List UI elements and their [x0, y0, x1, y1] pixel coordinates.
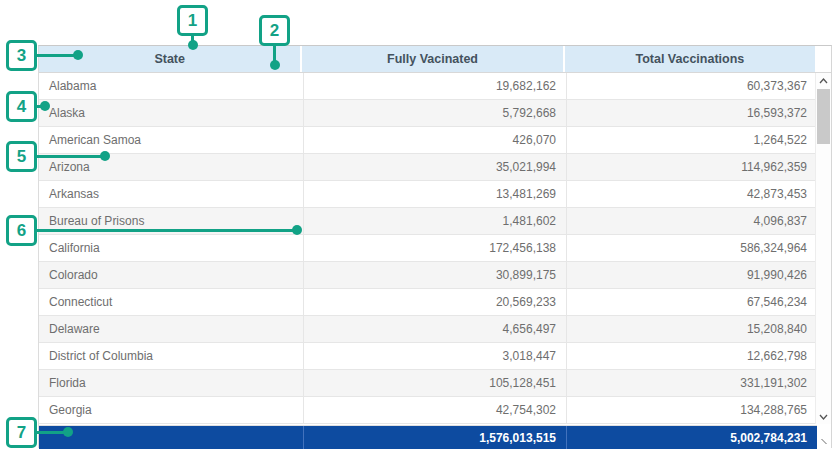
callout-6-dot — [292, 225, 302, 235]
header-scrollbar-corner — [815, 46, 831, 72]
callout-3-line — [36, 54, 78, 57]
total-vaccinations-cell: 42,873,453 — [566, 181, 817, 207]
fully-vaccinated-cell: 30,899,175 — [303, 262, 566, 288]
state-cell: Colorado — [39, 262, 303, 288]
resize-grip-icon — [821, 439, 828, 444]
summary-total-vaccinations-cell: 5,002,784,231 — [566, 426, 817, 449]
state-cell: Arkansas — [39, 181, 303, 207]
fully-vaccinated-cell: 5,792,668 — [303, 100, 566, 126]
callout-6-line — [36, 229, 297, 232]
table-row[interactable]: Georgia 42,754,302 134,288,765 — [39, 397, 831, 424]
callout-1: 1 — [177, 5, 208, 36]
table-row[interactable]: Arkansas 13,481,269 42,873,453 — [39, 181, 831, 208]
total-vaccinations-cell: 331,191,302 — [566, 370, 817, 396]
state-cell: Florida — [39, 370, 303, 396]
table-row[interactable]: American Samoa 426,070 1,264,522 — [39, 127, 831, 154]
table-row[interactable]: District of Columbia 3,018,447 12,662,79… — [39, 343, 831, 370]
callout-7-dot — [63, 427, 73, 437]
state-cell: Delaware — [39, 316, 303, 342]
column-header-total-vaccinations[interactable]: Total Vaccinations — [565, 46, 815, 72]
summary-state-cell — [39, 426, 303, 449]
callout-3-dot — [73, 50, 83, 60]
fully-vaccinated-cell: 1,481,602 — [303, 208, 566, 234]
total-vaccinations-cell: 114,962,359 — [566, 154, 817, 180]
state-cell: District of Columbia — [39, 343, 303, 369]
callout-5: 5 — [6, 141, 37, 172]
scroll-up-arrow-icon[interactable] — [816, 73, 831, 88]
state-cell: American Samoa — [39, 127, 303, 153]
total-vaccinations-cell: 60,373,367 — [566, 73, 817, 99]
callout-5-dot — [100, 151, 110, 161]
table-row[interactable]: Florida 105,128,451 331,191,302 — [39, 370, 831, 397]
summary-row: 1,576,013,515 5,002,784,231 — [39, 425, 817, 449]
callout-4-dot — [40, 101, 50, 111]
callout-6: 6 — [6, 215, 37, 246]
fully-vaccinated-cell: 426,070 — [303, 127, 566, 153]
total-vaccinations-cell: 91,990,426 — [566, 262, 817, 288]
state-cell: Alabama — [39, 73, 303, 99]
total-vaccinations-cell: 1,264,522 — [566, 127, 817, 153]
column-header-fully-vaccinated[interactable]: Fully Vacinated — [302, 46, 564, 72]
fully-vaccinated-cell: 13,481,269 — [303, 181, 566, 207]
fully-vaccinated-cell: 42,754,302 — [303, 397, 566, 423]
table-row[interactable]: Alaska 5,792,668 16,593,372 — [39, 100, 831, 127]
state-cell: Alaska — [39, 100, 303, 126]
fully-vaccinated-cell: 20,569,233 — [303, 289, 566, 315]
state-cell: California — [39, 235, 303, 261]
callout-7: 7 — [6, 417, 37, 448]
total-vaccinations-cell: 16,593,372 — [566, 100, 817, 126]
callout-3: 3 — [6, 40, 37, 71]
state-cell: Connecticut — [39, 289, 303, 315]
table-row[interactable]: Colorado 30,899,175 91,990,426 — [39, 262, 831, 289]
table-row[interactable]: Delaware 4,656,497 15,208,840 — [39, 316, 831, 343]
vaccination-table: State Fully Vacinated Total Vaccinations… — [38, 45, 832, 448]
scrollbar-thumb[interactable] — [817, 89, 830, 144]
fully-vaccinated-cell: 172,456,138 — [303, 235, 566, 261]
total-vaccinations-cell: 4,096,837 — [566, 208, 817, 234]
table-header-row: State Fully Vacinated Total Vaccinations — [39, 46, 831, 73]
table-row[interactable]: Connecticut 20,569,233 67,546,234 — [39, 289, 831, 316]
fully-vaccinated-cell: 3,018,447 — [303, 343, 566, 369]
fully-vaccinated-cell: 4,656,497 — [303, 316, 566, 342]
fully-vaccinated-cell: 35,021,994 — [303, 154, 566, 180]
table-row[interactable]: Arizona 35,021,994 114,962,359 — [39, 154, 831, 181]
table-body: Alabama 19,682,162 60,373,367 Alaska 5,7… — [39, 73, 831, 424]
table-row[interactable]: California 172,456,138 586,324,964 — [39, 235, 831, 262]
scroll-down-arrow-icon[interactable] — [816, 409, 831, 424]
total-vaccinations-cell: 586,324,964 — [566, 235, 817, 261]
total-vaccinations-cell: 15,208,840 — [566, 316, 817, 342]
callout-5-line — [36, 155, 105, 158]
fully-vaccinated-cell: 19,682,162 — [303, 73, 566, 99]
fully-vaccinated-cell: 105,128,451 — [303, 370, 566, 396]
callout-4: 4 — [6, 91, 37, 122]
callout-2-dot — [270, 60, 280, 70]
callout-1-dot — [188, 40, 198, 50]
summary-fully-vaccinated-cell: 1,576,013,515 — [303, 426, 566, 449]
total-vaccinations-cell: 12,662,798 — [566, 343, 817, 369]
table-row[interactable]: Alabama 19,682,162 60,373,367 — [39, 73, 831, 100]
total-vaccinations-cell: 134,288,765 — [566, 397, 817, 423]
vertical-scrollbar[interactable] — [815, 73, 831, 424]
state-cell: Georgia — [39, 397, 303, 423]
total-vaccinations-cell: 67,546,234 — [566, 289, 817, 315]
callout-2: 2 — [259, 15, 290, 46]
